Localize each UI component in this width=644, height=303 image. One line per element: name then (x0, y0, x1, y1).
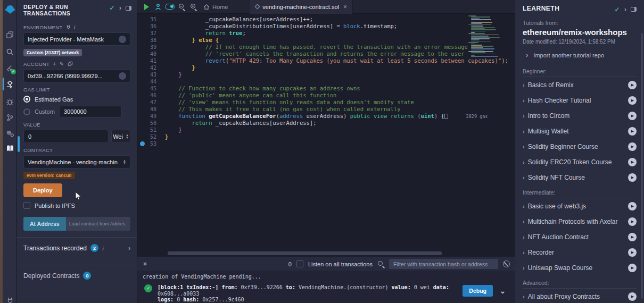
code-line[interactable]: 52} (137, 133, 515, 140)
edit-account-icon[interactable]: ✎ (60, 61, 64, 67)
tutorial-expand-icon[interactable]: › (523, 219, 525, 224)
code-line[interactable]: 44 (137, 78, 515, 85)
line-number[interactable]: 42 (137, 64, 165, 71)
deployed-contracts-row[interactable]: Deployed Contracts 0 (17, 265, 137, 286)
code-line[interactable]: 51 } (137, 127, 515, 133)
start-tutorial-play-icon[interactable]: ▶ (628, 173, 637, 182)
custom-gas-input[interactable] (59, 106, 122, 117)
add-account-icon[interactable]: + (53, 61, 56, 67)
start-tutorial-play-icon[interactable]: ▶ (628, 96, 637, 105)
listen-all-checkbox[interactable] (296, 260, 303, 267)
start-tutorial-play-icon[interactable]: ▶ (628, 112, 637, 120)
line-number[interactable]: 41 (137, 57, 165, 64)
copy-account-icon[interactable] (68, 61, 73, 66)
line-number[interactable]: 43 (137, 71, 165, 78)
code-line[interactable]: 45 // Function to check how many cupcake… (137, 85, 515, 92)
code-line[interactable]: 40 // 'revert' cancels the transaction a… (137, 50, 515, 57)
tutorial-expand-icon[interactable]: › (523, 265, 525, 271)
line-number[interactable]: 46 (137, 92, 165, 99)
code-editor[interactable]: 35 _cupcakeBalances[userAddress]++;36 _c… (137, 14, 515, 257)
debug-button[interactable]: Debug (463, 285, 493, 297)
learneth-expand-icon[interactable]: › (624, 7, 626, 12)
start-tutorial-play-icon[interactable]: ▶ (628, 292, 637, 301)
terminal-filter-input[interactable] (389, 259, 498, 269)
tutorial-item[interactable]: ›Uniswap Swap Course▶ (523, 260, 637, 275)
line-number[interactable]: 36 (137, 23, 165, 30)
debugger-icon[interactable] (3, 95, 17, 108)
code-line[interactable]: 38 } else { (137, 37, 515, 44)
start-tutorial-play-icon[interactable]: ▶ (628, 202, 637, 211)
transaction-log-row[interactable]: ✓ [block:1 txIndex:-] from: 0xf39...9226… (143, 284, 515, 303)
close-tab-icon[interactable]: × (343, 3, 347, 11)
line-number[interactable]: 40 (137, 50, 165, 57)
code-line[interactable]: 49 function getCupcakeBalanceFor(address… (137, 113, 515, 120)
estimated-gas-option[interactable]: Estimated Gas (23, 96, 130, 103)
line-number[interactable]: 47 (137, 99, 165, 106)
tutorial-item[interactable]: ›Basic use of web3.js▶ (523, 198, 637, 214)
walkthrough-person-icon[interactable] (152, 1, 164, 13)
code-line[interactable]: 37 return true; (137, 30, 515, 37)
tutorial-expand-icon[interactable]: › (523, 294, 525, 299)
custom-gas-radio[interactable] (23, 108, 30, 115)
line-number[interactable]: 51 (137, 127, 165, 133)
start-tutorial-play-icon[interactable]: ▶ (628, 81, 637, 89)
code-line[interactable]: 50 return _cupcakeBalances[userAddress]; (137, 120, 515, 127)
panel-pin-icon[interactable] (126, 6, 131, 11)
value-input[interactable] (23, 130, 109, 143)
learneth-pin-icon[interactable] (631, 7, 637, 12)
line-number[interactable]: 39 (137, 44, 165, 50)
solidity-compiler-icon[interactable]: ✓ (3, 62, 17, 75)
run-script-icon[interactable] (141, 1, 152, 13)
unit-stepper-icon[interactable]: ▲▼ (126, 134, 129, 139)
account-select[interactable]: 0xf39...92266 (9999.99929... (23, 69, 130, 82)
zoom-in-icon[interactable]: + (187, 1, 199, 13)
code-line[interactable]: 35 _cupcakeBalances[userAddress]++; (137, 16, 515, 23)
deploy-button[interactable]: Deploy (23, 183, 62, 197)
tutorial-item[interactable]: ›Solidity NFT Course▶ (523, 170, 637, 185)
line-number[interactable]: 37 (137, 30, 165, 37)
at-address-input[interactable] (66, 217, 130, 231)
tutorial-expand-icon[interactable]: › (523, 82, 525, 88)
tutorial-expand-icon[interactable]: › (523, 159, 525, 165)
transactions-info-icon[interactable]: i (102, 245, 104, 251)
clear-terminal-icon[interactable] (503, 260, 510, 267)
line-number[interactable]: 35 (137, 16, 165, 23)
tutorial-item[interactable]: ›NFT Auction Contract▶ (523, 229, 637, 245)
horizontal-scrollbar[interactable] (168, 251, 442, 255)
tutorial-expand-icon[interactable]: › (523, 144, 525, 149)
terminal-search-icon[interactable] (377, 260, 384, 267)
environment-info-icon[interactable]: i (74, 24, 76, 30)
tutorial-item[interactable]: ›Hash Checker Tutorial▶ (523, 92, 637, 108)
publish-ipfs-checkbox[interactable] (23, 202, 30, 209)
file-explorer-icon[interactable] (3, 28, 17, 41)
code-line[interactable]: 36 _cupcakeDistributionTimes[userAddress… (137, 23, 515, 30)
home-tab[interactable]: Home (203, 4, 228, 10)
transactions-expand-icon[interactable]: › (128, 245, 130, 252)
tutorial-expand-icon[interactable]: › (523, 234, 525, 240)
contract-select[interactable]: VendingMachine - vending-machin ▲▼ (23, 155, 130, 169)
line-number[interactable]: 48 (137, 106, 165, 113)
code-line[interactable]: 47 // 'view' means this function only re… (137, 99, 515, 106)
code-line[interactable]: 48 // This makes it free to call (no gas… (137, 106, 515, 113)
deploy-and-run-icon[interactable] (3, 78, 17, 91)
tutorial-expand-icon[interactable]: › (523, 129, 525, 134)
tutorial-expand-icon[interactable]: › (523, 98, 525, 103)
code-line[interactable]: 43 } (137, 71, 515, 78)
start-tutorial-play-icon[interactable]: ▶ (628, 248, 637, 257)
publish-ipfs-option[interactable]: Publish to IPFS (23, 202, 130, 209)
learneth-icon[interactable] (3, 141, 17, 155)
tutorial-expand-icon[interactable]: › (523, 175, 525, 180)
line-number[interactable]: 44 (137, 78, 165, 85)
tutorial-expand-icon[interactable]: › (523, 250, 525, 255)
tutorial-item[interactable]: ›Intro to Circom▶ (523, 108, 637, 123)
line-number[interactable]: 38 (137, 37, 165, 44)
start-tutorial-play-icon[interactable]: ▶ (628, 142, 637, 151)
tutorial-item[interactable]: ›Solidity Beginner Course▶ (523, 139, 637, 154)
search-icon[interactable] (3, 45, 17, 58)
line-number[interactable]: 45 (137, 85, 165, 92)
code-line[interactable]: 53 (137, 140, 515, 147)
line-number[interactable]: 52 (137, 133, 165, 140)
remix-logo[interactable] (3, 3, 17, 16)
tutorial-item[interactable]: ›Multisig Wallet▶ (523, 123, 637, 139)
environment-settings-icon[interactable] (119, 36, 126, 43)
